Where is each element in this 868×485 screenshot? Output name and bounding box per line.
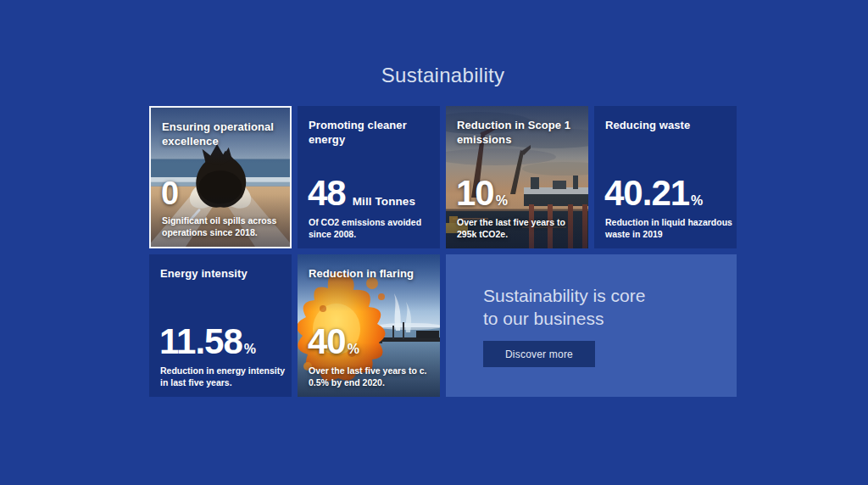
stat-number: 48 bbox=[308, 176, 346, 211]
stat-number: 10 bbox=[456, 176, 494, 211]
tile-value: 10 % bbox=[456, 176, 508, 211]
tile-description: Over the last five years to c. 0.5% by e… bbox=[309, 365, 436, 388]
cta-heading-line1: Sustainability is core bbox=[483, 286, 645, 305]
cta-heading: Sustainability is core to our business bbox=[483, 285, 645, 331]
tile-value: 0 bbox=[161, 177, 178, 209]
tile-heading: Reduction in Scope 1 emissions bbox=[457, 119, 581, 148]
stat-percent-sign: % bbox=[348, 342, 359, 357]
tile-description: Significant oil spills across operations… bbox=[162, 215, 286, 238]
stat-unit: Mill Tonnes bbox=[353, 195, 415, 208]
tile-cleaner-energy[interactable]: Promoting cleaner energy 48 Mill Tonnes … bbox=[298, 106, 440, 248]
stat-percent-sign: % bbox=[244, 342, 256, 357]
tile-heading: Promoting cleaner energy bbox=[309, 119, 432, 148]
cta-tile: Sustainability is core to our business D… bbox=[446, 254, 737, 397]
tile-energy-intensity[interactable]: Energy intensity 11.58 % Reduction in en… bbox=[149, 254, 292, 397]
cta-heading-line2: to our business bbox=[483, 309, 604, 328]
stat-number: 11.58 bbox=[159, 324, 242, 360]
stat-number: 0 bbox=[161, 177, 178, 209]
page-title: Sustainability bbox=[149, 64, 737, 87]
tile-description: Over the last five years to 295k tCO2e. bbox=[457, 216, 584, 240]
tile-heading: Ensuring operational excellence bbox=[162, 120, 282, 149]
stat-percent-sign: % bbox=[691, 193, 703, 209]
tile-operational-excellence[interactable]: Ensuring operational excellence 0 Signif… bbox=[149, 106, 292, 248]
tile-reducing-waste[interactable]: Reducing waste 40.21 % Reduction in liqu… bbox=[594, 106, 737, 248]
tile-value: 11.58 % bbox=[159, 324, 256, 360]
tile-value: 40.21 % bbox=[604, 176, 703, 211]
tile-description: Of CO2 emissions avoided since 2008. bbox=[309, 216, 436, 240]
tile-reduction-flaring[interactable]: Reduction in flaring 40 % Over the last … bbox=[298, 254, 440, 397]
tile-heading: Reduction in flaring bbox=[309, 267, 432, 282]
tile-heading: Energy intensity bbox=[160, 267, 284, 282]
tile-description: Reduction in liquid hazardous waste in 2… bbox=[605, 216, 732, 240]
tile-value: 40 % bbox=[308, 324, 359, 360]
stat-number: 40 bbox=[308, 324, 346, 360]
stat-percent-sign: % bbox=[496, 193, 508, 209]
stat-number: 40.21 bbox=[604, 176, 689, 211]
discover-more-button[interactable]: Discover more bbox=[483, 341, 595, 367]
stats-grid: Ensuring operational excellence 0 Signif… bbox=[149, 106, 737, 397]
tile-value: 48 Mill Tonnes bbox=[308, 176, 415, 211]
tile-scope1-emissions[interactable]: Reduction in Scope 1 emissions 10 % Over… bbox=[446, 106, 588, 248]
tile-description: Reduction in energy intensity in last fi… bbox=[160, 365, 287, 388]
tile-heading: Reducing waste bbox=[605, 119, 729, 133]
